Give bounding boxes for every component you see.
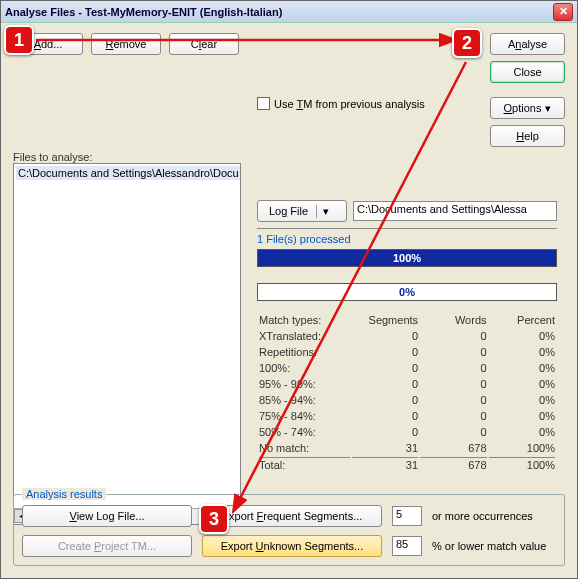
analysis-results-group: Analysis results View Log File... Export… bbox=[13, 494, 565, 566]
annotation-badge-2: 2 bbox=[452, 28, 482, 58]
table-row: 95% - 99%:000% bbox=[259, 377, 555, 391]
close-icon[interactable]: ✕ bbox=[553, 3, 573, 21]
frequent-suffix-label: or more occurrences bbox=[432, 510, 533, 522]
table-row: 100%:000% bbox=[259, 361, 555, 375]
export-unknown-button[interactable]: Export Unknown Segments... bbox=[202, 535, 382, 557]
clear-button[interactable]: Clear bbox=[169, 33, 239, 55]
use-tm-label: Use TM from previous analysis bbox=[274, 98, 425, 110]
stats-table: Match types: Segments Words Percent XTra… bbox=[257, 311, 557, 474]
unknown-suffix-label: % or lower match value bbox=[432, 540, 546, 552]
stats-total-row: Total:31678100% bbox=[259, 457, 555, 472]
files-listbox[interactable]: C:\Documents and Settings\Alessandro\Doc… bbox=[13, 163, 241, 525]
unknown-threshold-input[interactable]: 85 bbox=[392, 536, 422, 556]
table-row: 85% - 94%:000% bbox=[259, 393, 555, 407]
remove-button[interactable]: Remove bbox=[91, 33, 161, 55]
file-entry[interactable]: C:\Documents and Settings\Alessandro\Doc… bbox=[16, 166, 241, 180]
create-project-tm-button: Create Project TM... bbox=[22, 535, 192, 557]
chevron-down-icon[interactable]: ▾ bbox=[316, 205, 335, 218]
titlebar[interactable]: Analyse Files - Test-MyMemory-ENIT (Engl… bbox=[1, 1, 577, 23]
table-row: Repetitions:000% bbox=[259, 345, 555, 359]
view-log-button[interactable]: View Log File... bbox=[22, 505, 192, 527]
use-tm-checkbox[interactable] bbox=[257, 97, 270, 110]
processed-label: 1 File(s) processed bbox=[257, 228, 557, 245]
table-row: 75% - 84%:000% bbox=[259, 409, 555, 423]
progress-bar-1: 100% bbox=[257, 249, 557, 267]
table-row: XTranslated:000% bbox=[259, 329, 555, 343]
stats-header-row: Match types: Segments Words Percent bbox=[259, 313, 555, 327]
export-frequent-button[interactable]: Export Frequent Segments... bbox=[202, 505, 382, 527]
table-row: 50% - 74%:000% bbox=[259, 425, 555, 439]
dialog-body: Add... Remove Clear Analyse Close Option… bbox=[1, 23, 577, 578]
progress-bar-2: 0% bbox=[257, 283, 557, 301]
analysis-results-legend: Analysis results bbox=[22, 488, 106, 500]
frequent-threshold-input[interactable]: 5 bbox=[392, 506, 422, 526]
annotation-badge-3: 3 bbox=[199, 504, 229, 534]
logfile-path[interactable]: C:\Documents and Settings\Alessa bbox=[353, 201, 557, 221]
logfile-button[interactable]: Log File ▾ bbox=[257, 200, 347, 222]
analyse-button[interactable]: Analyse bbox=[490, 33, 565, 55]
annotation-badge-1: 1 bbox=[4, 25, 34, 55]
window: Analyse Files - Test-MyMemory-ENIT (Engl… bbox=[0, 0, 578, 579]
table-row: No match:31678100% bbox=[259, 441, 555, 455]
window-title: Analyse Files - Test-MyMemory-ENIT (Engl… bbox=[5, 6, 553, 18]
